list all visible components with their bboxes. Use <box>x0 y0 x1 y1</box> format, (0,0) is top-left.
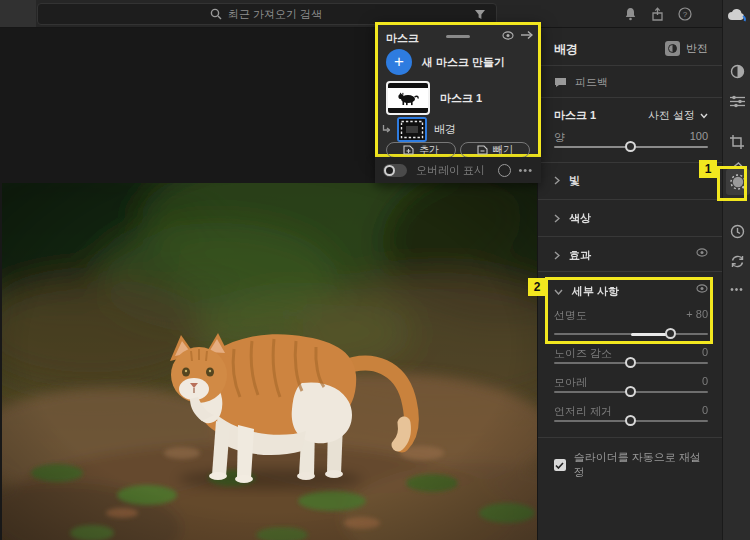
noise-reduction-slider[interactable] <box>554 362 708 364</box>
photo-canvas[interactable] <box>2 183 537 540</box>
drag-handle[interactable] <box>446 35 470 38</box>
annotation-badge-1: 1 <box>699 160 717 178</box>
more-options-icon[interactable]: ••• <box>723 276 750 302</box>
mask-subtract-button[interactable]: 빼기 <box>460 142 530 158</box>
moire-slider-knob[interactable] <box>625 386 636 397</box>
panel-title: 배경 <box>554 42 578 56</box>
moire-value: 0 <box>702 375 708 387</box>
section-effects-label: 효과 <box>569 248 591 263</box>
defringe-value: 0 <box>702 404 708 416</box>
menu-block[interactable] <box>0 0 36 27</box>
mask-name: 마스크 1 <box>554 109 596 121</box>
add-label: 추가 <box>419 143 439 157</box>
section-color-label: 색상 <box>569 211 591 226</box>
panel-header-row: 배경 반전 <box>554 41 708 58</box>
history-clock-icon[interactable] <box>723 218 750 244</box>
defringe-slider-knob[interactable] <box>625 415 636 426</box>
mask-popup: 마스크 + 새 마스크 만들기 마스크 1 <box>375 22 541 157</box>
check-icon <box>555 462 564 469</box>
annotation-box-detail-section <box>545 277 713 344</box>
child-arrow-icon <box>382 125 390 135</box>
tool-rail: ••• <box>722 0 750 540</box>
feedback-button[interactable]: 피드백 <box>554 75 708 90</box>
defringe-slider[interactable] <box>554 420 708 422</box>
preset-dropdown[interactable]: 사전 설정 <box>648 108 708 123</box>
mask-1-label: 마스크 1 <box>440 91 482 106</box>
sync-refresh-icon[interactable] <box>723 248 750 274</box>
plus-icon: + <box>386 49 412 75</box>
invert-icon <box>665 41 680 56</box>
section-color[interactable]: 색상 <box>554 211 708 226</box>
create-new-mask-label: 새 마스크 만들기 <box>422 55 505 70</box>
moire-slider[interactable] <box>554 391 708 393</box>
mask-popup-title: 마스크 <box>386 31 419 46</box>
subtract-brush-icon <box>477 145 488 155</box>
amount-label: 양 <box>554 131 565 143</box>
defringe-label: 언저리 제거 <box>554 405 612 417</box>
background-mask-label: 배경 <box>434 122 456 137</box>
color-swatch-icon[interactable] <box>498 164 511 177</box>
footer-more-icon[interactable]: ••• <box>518 164 533 176</box>
auto-reset-checkbox[interactable] <box>554 459 566 471</box>
share-icon[interactable] <box>651 7 664 21</box>
dock-arrow-icon[interactable] <box>521 30 533 40</box>
amount-slider[interactable] <box>554 146 708 148</box>
mask-name-row: 마스크 1 사전 설정 <box>554 108 708 123</box>
mask-popup-footer: 오버레이 표시 ••• <box>375 157 541 183</box>
auto-reset-label: 슬라이더를 자동으로 재설정 <box>574 450 708 480</box>
invert-label: 반전 <box>686 41 708 56</box>
notifications-bell-icon[interactable] <box>624 7 637 21</box>
background-thumbnail <box>397 117 427 142</box>
invert-button[interactable]: 반전 <box>665 41 708 56</box>
feedback-label: 피드백 <box>575 75 608 90</box>
svg-text:?: ? <box>683 10 688 19</box>
noise-reduction-value: 0 <box>702 346 708 358</box>
presets-sliders-icon[interactable] <box>723 88 750 114</box>
annotation-box-masking-tool <box>717 166 747 201</box>
mask-add-button[interactable]: 추가 <box>386 142 456 158</box>
auto-reset-row: 슬라이더를 자동으로 재설정 <box>554 450 708 480</box>
annotation-badge-2: 2 <box>528 278 546 296</box>
chevron-right-icon <box>554 176 560 185</box>
amount-value: 100 <box>690 130 708 142</box>
moire-label: 모아레 <box>554 376 587 388</box>
edit-icon[interactable] <box>723 58 750 84</box>
mask-item-1[interactable]: 마스크 1 <box>386 81 482 115</box>
overlay-toggle[interactable] <box>383 164 407 177</box>
noise-reduction-slider-knob[interactable] <box>625 357 636 368</box>
chevron-right-icon <box>554 251 560 260</box>
add-brush-icon <box>403 145 414 155</box>
mask-visibility-eye-icon[interactable] <box>502 31 514 40</box>
section-light[interactable]: 빛 <box>554 173 708 188</box>
preset-label: 사전 설정 <box>648 108 695 123</box>
overlay-toggle-label: 오버레이 표시 <box>416 163 485 178</box>
noise-reduction-label: 노이즈 감소 <box>554 347 612 359</box>
help-icon[interactable]: ? <box>678 7 692 21</box>
mask-item-background[interactable]: 배경 <box>382 117 456 142</box>
crop-icon[interactable] <box>723 129 750 155</box>
effects-visibility-eye-icon[interactable] <box>696 248 708 257</box>
top-bar: 최근 가져오기 검색 ? <box>0 0 722 28</box>
search-icon <box>210 8 222 20</box>
chevron-right-icon <box>554 214 560 223</box>
filter-icon[interactable] <box>474 9 486 20</box>
lightroom-app-window: 최근 가져오기 검색 ? <box>0 0 750 540</box>
search-placeholder: 최근 가져오기 검색 <box>228 7 322 22</box>
section-light-label: 빛 <box>569 173 580 188</box>
subtract-label: 빼기 <box>493 143 513 157</box>
mask-1-thumbnail <box>386 81 430 115</box>
cloud-sync-icon[interactable] <box>723 2 750 28</box>
amount-slider-knob[interactable] <box>625 141 636 152</box>
chevron-down-icon <box>700 113 708 119</box>
create-new-mask-button[interactable]: + 새 마스크 만들기 <box>386 49 505 75</box>
feedback-icon <box>554 77 567 88</box>
section-effects[interactable]: 효과 <box>554 248 708 263</box>
